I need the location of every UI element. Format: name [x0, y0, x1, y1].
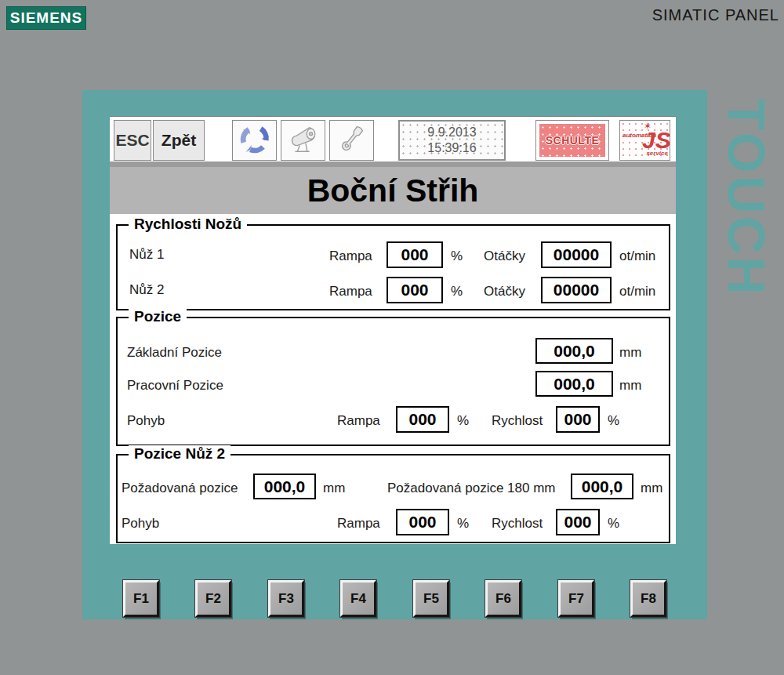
- knife2-rampa-unit: %: [451, 284, 463, 299]
- js-automation-logo-button[interactable]: ✶ automation JS service: [619, 120, 670, 161]
- knife1-rampa-label: Rampa: [329, 249, 372, 264]
- work-position-field[interactable]: 000,0: [535, 371, 613, 397]
- siemens-logo: SIEMENS: [6, 6, 86, 30]
- datetime-display: 9.9.2013 15:39:16: [398, 120, 506, 161]
- knife2-move-rampa-unit: %: [457, 516, 469, 532]
- time-value: 15:39:16: [427, 140, 476, 156]
- target-position-label: Požadovaná pozice: [122, 481, 238, 496]
- esc-button[interactable]: ESC: [114, 120, 151, 161]
- siemens-logo-text: SIEMENS: [10, 9, 83, 27]
- schulte-logo-text: SCHULTE: [546, 134, 600, 147]
- simatic-panel-label: SIMATIC PANEL: [652, 6, 779, 24]
- f7-key[interactable]: F7: [558, 580, 594, 617]
- touch-label: TOUCH: [712, 99, 781, 297]
- schulte-logo: SCHULTE: [539, 124, 605, 157]
- js-logo-service: service: [646, 150, 668, 157]
- position-move-speed-unit: %: [608, 413, 619, 429]
- section-knife2-position-legend: Pozice Nůž 2: [129, 445, 230, 463]
- knife1-speed-label: Otáčky: [484, 249, 525, 264]
- knife2-speed-label: Otáčky: [484, 284, 525, 299]
- settings-wrench-icon: [336, 122, 368, 158]
- knife2-speed-field[interactable]: 00000: [541, 277, 612, 303]
- target-position-field[interactable]: 000,0: [253, 474, 316, 499]
- position-move-rampa-field[interactable]: 000: [396, 406, 449, 433]
- knife2-move-speed-unit: %: [608, 516, 619, 532]
- service-button[interactable]: [329, 120, 374, 161]
- title-bar: Boční Střih: [110, 167, 676, 214]
- knife2-label: Nůž 2: [129, 282, 164, 298]
- refresh-button[interactable]: [232, 120, 277, 161]
- knife1-rampa-field[interactable]: 000: [387, 241, 443, 268]
- announce-horn-icon: [287, 122, 320, 158]
- knife1-label: Nůž 1: [129, 247, 164, 263]
- esc-button-label: ESC: [115, 131, 149, 150]
- date-value: 9.9.2013: [427, 125, 476, 140]
- position-move-speed-field[interactable]: 000: [556, 406, 600, 433]
- base-position-unit: mm: [619, 345, 641, 361]
- target-position-180-field[interactable]: 000,0: [571, 474, 633, 499]
- f6-key[interactable]: F6: [485, 580, 521, 617]
- section-knife-speeds-legend: Rychlosti Nožů: [129, 216, 247, 233]
- target-position-180-unit: mm: [641, 481, 662, 496]
- f5-key[interactable]: F5: [413, 580, 449, 617]
- section-position-legend: Pozice: [129, 308, 187, 325]
- position-move-label: Pohyb: [127, 413, 165, 429]
- work-position-label: Pracovní Pozice: [127, 378, 223, 394]
- knife1-rampa-unit: %: [451, 249, 463, 264]
- refresh-arrows-icon: [238, 122, 271, 158]
- position-move-speed-label: Rychlost: [492, 413, 543, 429]
- target-position-180-label: Požadovaná pozice 180 mm: [387, 481, 556, 496]
- f1-key[interactable]: F1: [123, 580, 159, 617]
- base-position-field[interactable]: 000,0: [535, 338, 613, 364]
- toolbar-divider: [110, 161, 676, 167]
- page-title: Boční Střih: [307, 172, 479, 209]
- f3-key[interactable]: F3: [268, 580, 304, 617]
- knife2-move-label: Pohyb: [122, 516, 159, 532]
- knife2-speed-unit: ot/min: [619, 284, 655, 299]
- schulte-logo-button[interactable]: SCHULTE: [535, 120, 609, 161]
- f2-key[interactable]: F2: [195, 580, 231, 617]
- position-move-rampa-label: Rampa: [337, 413, 380, 429]
- back-button-label: Zpět: [162, 131, 196, 150]
- knife2-row: Nůž 2: [129, 277, 164, 303]
- target-position-unit: mm: [323, 481, 345, 496]
- knife2-move-rampa-label: Rampa: [337, 516, 380, 532]
- f4-key[interactable]: F4: [340, 580, 376, 617]
- knife2-rampa-label: Rampa: [329, 284, 372, 299]
- knife1-speed-unit: ot/min: [619, 249, 655, 264]
- knife1-row: Nůž 1: [129, 241, 164, 268]
- knife1-speed-field[interactable]: 00000: [541, 241, 612, 268]
- position-move-rampa-unit: %: [457, 413, 469, 429]
- work-position-unit: mm: [619, 378, 641, 394]
- knife2-move-speed-field[interactable]: 000: [556, 509, 600, 535]
- knife2-rampa-field[interactable]: 000: [387, 277, 443, 303]
- base-position-label: Základní Pozice: [127, 345, 222, 361]
- knife2-move-speed-label: Rychlost: [492, 516, 543, 532]
- knife2-move-rampa-field[interactable]: 000: [396, 509, 449, 535]
- back-button[interactable]: Zpět: [153, 120, 205, 161]
- alarm-button[interactable]: [281, 120, 325, 161]
- f8-key[interactable]: F8: [630, 580, 666, 617]
- hmi-screen: ESC Zpět: [110, 116, 676, 544]
